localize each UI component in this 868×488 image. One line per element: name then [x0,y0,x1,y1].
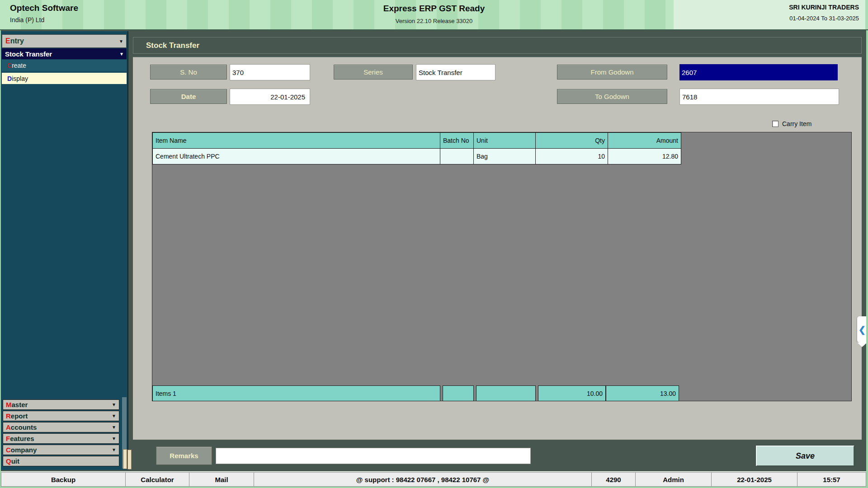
menu-accounts[interactable]: Accounts ▼ [3,422,119,432]
sno-input[interactable] [230,64,310,80]
app-title: Express ERP GST Ready [253,4,615,14]
chevron-down-icon: ▼ [112,413,116,418]
menu-accounts-label: Accounts [6,423,112,431]
date-label: Date [150,89,227,104]
cell-qty[interactable]: 10 [536,149,608,164]
sidebar: Entry ▼ Stock Transfer ▼ Create Display … [1,31,128,470]
footer-items-count: Items 1 [152,385,440,401]
app-window: Optech Software India (P) Ltd Express ER… [0,0,868,488]
series-input[interactable] [416,64,495,80]
menu-features[interactable]: Features ▼ [3,433,119,444]
page-title: Stock Transfer [146,41,199,50]
table-row[interactable]: Cement Ultratech PPC Bag 10 12.80 [152,149,681,164]
chevron-down-icon: ▼ [112,402,116,407]
items-table: Item Name Batch No Unit Qty Amount Cemen… [152,132,852,401]
carry-item-label: Carry Item [782,120,811,127]
app-title-block: Express ERP GST Ready Version 22.10 Rele… [253,4,615,24]
from-godown-input[interactable] [679,64,838,80]
from-godown-label: From Godown [557,65,667,80]
col-header-item-name: Item Name [152,132,440,149]
chevron-down-icon: ▼ [112,447,116,452]
cell-batch-no[interactable] [440,149,474,164]
cell-unit[interactable]: Bag [474,149,536,164]
menu-features-label: Features [6,435,112,442]
page-title-bar: Stock Transfer [133,37,862,54]
col-header-amount: Amount [608,132,681,149]
chevron-down-icon: ▼ [112,436,116,441]
footer-total-amount: 13.00 [606,385,679,401]
menu-company-label: Company [6,446,112,454]
client-panel: SRI KURINJI TRADERS 01-04-2024 To 31-03-… [674,0,865,29]
status-date: 22-01-2025 [712,472,797,487]
date-input[interactable] [230,89,310,105]
to-godown-label: To Godown [557,89,667,104]
sidebar-item-create[interactable]: Create [2,60,127,71]
sno-label: S. No [150,65,227,80]
cell-item-name[interactable]: Cement Ultratech PPC [152,149,440,164]
menu-quit-label: Quit [6,457,119,465]
footer-batch-blank [443,385,474,401]
support-info: @ support : 98422 07667 , 98422 10767 @ [254,472,592,487]
footer-unit-blank [476,385,536,401]
col-header-unit: Unit [474,132,536,149]
app-version: Version 22.10 Release 33020 [253,18,615,24]
panel-collapse-tab[interactable]: ❮ [857,316,867,343]
chevron-down-icon: ▼ [119,39,123,44]
save-button[interactable]: Save [756,446,854,466]
menu-entry-label: Entry [5,37,119,45]
menu-entry[interactable]: Entry ▼ [2,34,127,48]
session-code: 4290 [592,472,636,487]
sidebar-item-create-label: Create [7,62,127,69]
menu-report[interactable]: Report ▼ [3,411,119,421]
vendor-block: Optech Software India (P) Ltd [10,3,78,23]
backup-button[interactable]: Backup [1,472,126,487]
menu-master-label: Master [6,401,112,408]
sidebar-item-display[interactable]: Display [2,73,127,84]
vendor-subtitle: India (P) Ltd [10,16,78,23]
menu-stock-transfer-label: Stock Transfer [5,50,119,58]
footer-total-qty: 10.00 [538,385,606,401]
client-name: SRI KURINJI TRADERS [674,4,859,11]
menu-report-label: Report [6,412,112,420]
cell-amount[interactable]: 12.80 [608,149,681,164]
app-header: Optech Software India (P) Ltd Express ER… [0,0,868,30]
remarks-input[interactable] [216,448,531,464]
current-user: Admin [636,472,712,487]
menu-quit[interactable]: Quit [3,456,119,466]
window-edge-left [0,30,1,488]
to-godown-input[interactable] [679,89,839,105]
mail-button[interactable]: Mail [189,472,254,487]
window-edge-right [866,30,868,488]
menu-master[interactable]: Master ▼ [3,399,119,410]
menu-company[interactable]: Company ▼ [3,445,119,455]
carry-item-checkbox[interactable] [772,121,778,127]
carry-item-field: Carry Item [772,120,811,127]
chevron-left-icon: ❮ [859,324,866,335]
left-accent-bar [127,450,132,469]
table-header-row: Item Name Batch No Unit Qty Amount [152,132,681,149]
vendor-name: Optech Software [10,3,78,13]
sidebar-scrollbar-thumb[interactable] [123,449,127,469]
series-label: Series [334,65,413,80]
col-header-batch-no: Batch No [440,132,474,149]
status-time: 15:57 [797,472,866,487]
remarks-label: Remarks [156,446,212,465]
table-footer-row: Items 1 10.00 13.00 [152,385,679,401]
menu-stock-transfer[interactable]: Stock Transfer ▼ [2,48,127,59]
calculator-button[interactable]: Calculator [126,472,189,487]
chevron-down-icon: ▼ [112,425,116,430]
chevron-down-icon: ▼ [119,52,124,56]
col-header-qty: Qty [536,132,608,149]
sidebar-item-display-label: Display [7,75,127,82]
financial-period: 01-04-2024 To 31-03-2025 [674,15,859,22]
status-bar: Backup Calculator Mail @ support : 98422… [1,471,866,487]
